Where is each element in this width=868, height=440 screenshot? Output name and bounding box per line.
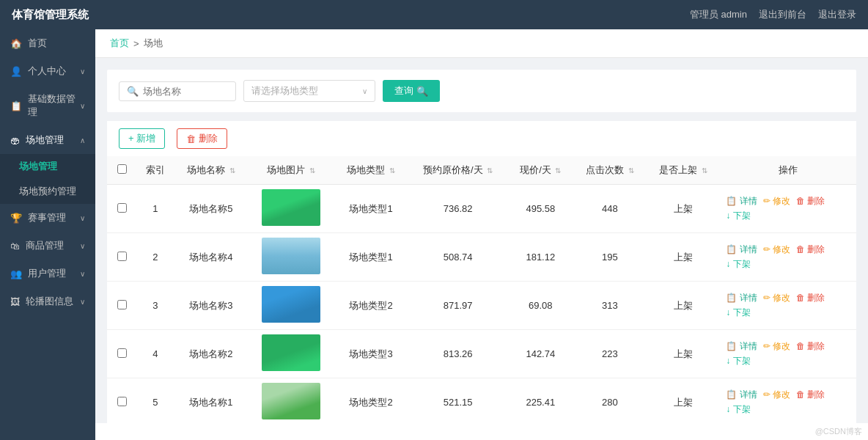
admin-label: 管理员 admin: [690, 8, 747, 21]
search-input-wrapper[interactable]: 🔍: [119, 81, 236, 101]
sidebar-item-profile-label: 个人中心: [28, 65, 66, 78]
row-checkbox-2[interactable]: [117, 252, 127, 261]
offline-btn-4[interactable]: ↓ 下架: [726, 355, 750, 367]
cell-current-price-1: 495.58: [508, 185, 573, 233]
row-checkbox-4[interactable]: [117, 348, 127, 358]
add-button[interactable]: + 新增: [119, 128, 165, 149]
search-type-placeholder: 请选择场地类型: [251, 84, 318, 98]
edit-btn-3[interactable]: ✏ 修改: [763, 292, 790, 304]
sidebar-group-user-header[interactable]: 👥 用户管理 ∨: [0, 260, 95, 287]
cell-status-2: 上架: [647, 233, 720, 282]
sidebar-item-home[interactable]: 🏠 首页: [0, 29, 95, 57]
topbar-actions: 管理员 admin 退出到前台 退出登录: [690, 8, 856, 21]
cell-current-price-4: 142.74: [508, 330, 573, 378]
col-current-price: 现价/天 ⇅: [508, 156, 573, 185]
edit-btn-5[interactable]: ✏ 修改: [763, 389, 790, 401]
col-original-price: 预约原价格/天 ⇅: [408, 156, 508, 185]
cell-clicks-3: 313: [573, 282, 647, 330]
row-checkbox-3[interactable]: [117, 300, 127, 309]
edit-btn-1[interactable]: ✏ 修改: [763, 195, 790, 208]
table-row: 4 场地名称2 场地类型3 813.26 142.74 223 上架 📋 详情 …: [107, 330, 856, 378]
sidebar-item-goods-label: 商品管理: [26, 239, 64, 252]
delete-btn-3[interactable]: 🗑 删除: [796, 292, 825, 304]
query-btn-label: 查询: [394, 84, 413, 98]
delete-btn-1[interactable]: 🗑 删除: [796, 195, 825, 208]
sidebar-group-base-data-header[interactable]: 📋 基础数据管理 ∨: [0, 85, 95, 126]
offline-btn-5[interactable]: ↓ 下架: [726, 403, 750, 416]
cell-name-3: 场地名称3: [174, 282, 248, 330]
detail-btn-2[interactable]: 📋 详情: [726, 243, 757, 256]
delete-btn-4[interactable]: 🗑 删除: [796, 340, 825, 353]
offline-btn-3[interactable]: ↓ 下架: [726, 307, 750, 319]
sidebar-sub-venue: 场地管理 场地预约管理: [0, 154, 95, 204]
detail-btn-3[interactable]: 📋 详情: [726, 292, 757, 304]
sidebar-group-profile-header[interactable]: 👤 个人中心 ∨: [0, 57, 95, 85]
chevron-down-icon-2: ∨: [80, 102, 85, 110]
select-all-checkbox[interactable]: [117, 164, 127, 174]
row-checkbox-1[interactable]: [117, 203, 127, 213]
cell-name-1: 场地名称5: [174, 185, 248, 233]
breadcrumb-home[interactable]: 首页: [110, 37, 129, 50]
col-clicks: 点击次数 ⇅: [573, 156, 647, 185]
goods-icon: 🛍: [10, 241, 20, 252]
cell-clicks-4: 223: [573, 330, 647, 378]
cell-type-4: 场地类型3: [334, 330, 408, 378]
add-btn-label: + 新增: [128, 132, 155, 145]
watermark: @CSDN博客: [95, 423, 868, 440]
cell-type-2: 场地类型1: [334, 233, 408, 282]
sidebar-item-home-label: 首页: [28, 37, 47, 50]
cell-type-1: 场地类型1: [334, 185, 408, 233]
back-to-frontend-btn[interactable]: 退出到前台: [759, 8, 806, 21]
detail-btn-4[interactable]: 📋 详情: [726, 340, 757, 353]
cell-index-3: 3: [136, 282, 174, 330]
batch-delete-button[interactable]: 🗑 删除: [177, 128, 227, 149]
table-row: 1 场地名称5 场地类型1 736.82 495.58 448 上架 📋 详情 …: [107, 185, 856, 233]
search-type-select[interactable]: 请选择场地类型 ∨: [243, 80, 375, 102]
cell-status-5: 上架: [647, 378, 720, 424]
detail-btn-1[interactable]: 📋 详情: [726, 195, 757, 208]
delete-btn-2[interactable]: 🗑 删除: [796, 243, 825, 256]
venue-image-2: [262, 238, 320, 274]
offline-btn-1[interactable]: ↓ 下架: [726, 210, 750, 222]
table-row: 5 场地名称1 场地类型2 521.15 225.41 280 上架 📋 详情 …: [107, 378, 856, 424]
venue-image-1: [262, 189, 320, 226]
query-button[interactable]: 查询 🔍: [383, 80, 440, 102]
sidebar-group-goods-header[interactable]: 🛍 商品管理 ∨: [0, 232, 95, 260]
chevron-down-icon-3: ∨: [80, 214, 85, 222]
cell-current-price-2: 181.12: [508, 233, 573, 282]
breadcrumb-current: 场地: [144, 37, 163, 50]
sidebar-group-banner-header[interactable]: 🖼 轮播图信息 ∨: [0, 287, 95, 315]
row-checkbox-5[interactable]: [117, 397, 127, 406]
cell-type-3: 场地类型2: [334, 282, 408, 330]
cell-clicks-5: 280: [573, 378, 647, 424]
cell-actions-5: 📋 详情 ✏ 修改 🗑 删除 ↓ 下架: [720, 378, 856, 424]
cell-type-5: 场地类型2: [334, 378, 408, 424]
offline-btn-2[interactable]: ↓ 下架: [726, 258, 750, 271]
edit-btn-2[interactable]: ✏ 修改: [763, 243, 790, 256]
logout-btn[interactable]: 退出登录: [818, 8, 856, 21]
search-icon: 🔍: [127, 86, 139, 97]
sidebar-sub-item-venue-reservation[interactable]: 场地预约管理: [0, 179, 95, 204]
chevron-down-icon: ∨: [80, 67, 85, 76]
delete-btn-5[interactable]: 🗑 删除: [796, 389, 825, 401]
edit-btn-4[interactable]: ✏ 修改: [763, 340, 790, 353]
cell-name-5: 场地名称1: [174, 378, 248, 424]
sidebar-group-event-header[interactable]: 🏆 赛事管理 ∨: [0, 204, 95, 232]
col-img: 场地图片 ⇅: [248, 156, 334, 185]
sidebar: 🏠 首页 👤 个人中心 ∨ 📋 基础数据管理 ∨: [0, 29, 95, 440]
sidebar-sub-venue-list-label: 场地管理: [19, 160, 57, 173]
detail-btn-5[interactable]: 📋 详情: [726, 389, 757, 401]
cell-current-price-5: 225.41: [508, 378, 573, 424]
trash-icon: 🗑: [186, 133, 196, 144]
cell-current-price-3: 69.08: [508, 282, 573, 330]
col-status: 是否上架 ⇅: [647, 156, 720, 185]
sidebar-group-base-data: 📋 基础数据管理 ∨: [0, 85, 95, 126]
sidebar-sub-item-venue-list[interactable]: 场地管理: [0, 154, 95, 179]
sidebar-group-venue-header[interactable]: 🏟 场地管理 ∧: [0, 126, 95, 154]
col-actions: 操作: [720, 156, 856, 185]
cell-clicks-1: 448: [573, 185, 647, 233]
table-row: 3 场地名称3 场地类型2 871.97 69.08 313 上架 📋 详情 ✏…: [107, 282, 856, 330]
search-name-input[interactable]: [143, 86, 224, 97]
cell-name-4: 场地名称2: [174, 330, 248, 378]
cell-actions-2: 📋 详情 ✏ 修改 🗑 删除 ↓ 下架: [720, 233, 856, 282]
